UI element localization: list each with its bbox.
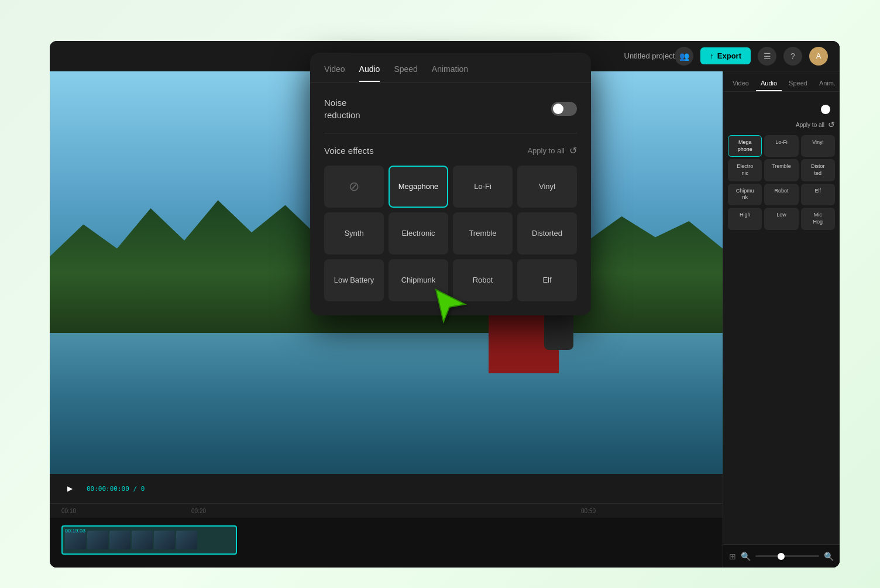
zoom-in-icon[interactable]: 🔍 [824,552,834,561]
right-effect-low[interactable]: Low [764,208,798,229]
right-effect-high[interactable]: High [728,208,762,229]
right-effect-electronic[interactable]: Electronic [728,159,762,181]
modal-tab-animation[interactable]: Animation [432,64,468,82]
right-tab-audio[interactable]: Audio [756,76,782,91]
project-title: Untitled project [624,51,675,60]
effect-low-battery[interactable]: Low Battery [324,259,384,301]
clip-timestamp: 00:19:03 [65,528,85,534]
reset-icon-right[interactable]: ↺ [828,120,835,129]
toggle-indicator [821,105,830,114]
noise-reduction-section: Noise reduction [324,97,577,133]
right-effect-michog[interactable]: MicHog [801,208,835,229]
reset-effects-button[interactable]: ↺ [569,145,577,156]
zoom-track[interactable] [755,555,819,557]
effect-elf[interactable]: Elf [517,259,577,301]
play-button[interactable]: ▶ [61,480,78,497]
noise-reduction-toggle[interactable] [551,102,577,116]
voice-effects-label: Voice effects [324,146,374,156]
effect-distorted[interactable]: Distorted [517,212,577,255]
people-icon[interactable]: 👥 [675,47,693,66]
timeline-clip[interactable]: 00:19:03 [61,525,237,555]
right-tab-animation[interactable]: Anim. [814,76,840,91]
right-effect-megaphone[interactable]: Megaphone [728,135,762,157]
right-panel: Video Audio Speed Anim. Apply to all ↺ M… [723,71,840,568]
modal-tabs: Video Audio Speed Animation [310,53,591,82]
filmstrip-frame [109,531,130,549]
timeline-section: 00:10 00:20 00:50 00:19:03 [50,503,723,568]
effect-tremble[interactable]: Tremble [453,212,513,255]
export-arrow-icon: ↑ [710,51,714,60]
right-panel-tabs: Video Audio Speed Anim. [723,71,840,92]
right-effects-grid: Megaphone Lo-Fi Vinyl Electronic Tremble… [728,135,835,230]
right-effect-tremble[interactable]: Tremble [764,159,798,181]
modal-tab-speed[interactable]: Speed [394,64,417,82]
add-clip-icon[interactable]: ⊞ [729,552,736,561]
right-panel-body: Apply to all ↺ Megaphone Lo-Fi Vinyl Ele… [723,92,840,544]
apply-to-all-text[interactable]: Apply to all [796,122,824,128]
effect-none[interactable]: ⊘ [324,166,384,208]
timeline-mark-50: 00:50 [581,508,711,514]
right-tab-video[interactable]: Video [728,76,754,91]
right-effect-lofi[interactable]: Lo-Fi [764,135,798,157]
top-bar-right: 👥 ↑ Export ☰ ? A [675,47,828,66]
effect-electronic[interactable]: Electronic [389,212,448,255]
apply-all-button[interactable]: Apply to all [527,146,565,155]
effect-vinyl[interactable]: Vinyl [517,166,577,208]
voice-effects-header: Voice effects Apply to all ↺ [324,145,577,156]
apply-to-all-row: Apply to all ↺ [728,120,835,129]
right-effect-elf[interactable]: Elf [801,184,835,205]
toggle-knob [553,104,563,114]
avatar[interactable]: A [809,47,828,66]
timeline-ruler: 00:10 00:20 00:50 [50,504,723,518]
modal-tab-audio[interactable]: Audio [359,64,380,82]
right-effect-vinyl[interactable]: Vinyl [801,135,835,157]
effect-synth[interactable]: Synth [324,212,384,255]
zoom-out-icon[interactable]: 🔍 [741,552,751,561]
filmstrip-frame [132,531,153,549]
right-effect-distorted[interactable]: Distorted [801,159,835,181]
video-controls: ▶ 00:00:00:00 / 0 [50,474,723,503]
filmstrip-frame [176,531,197,549]
apply-all-group: Apply to all ↺ [527,145,577,156]
audio-effects-modal: Video Audio Speed Animation Noise reduct… [310,53,591,315]
filmstrip-frame [154,531,175,549]
right-tab-speed[interactable]: Speed [784,76,812,91]
zoom-bar: ⊞ 🔍 🔍 [723,544,840,568]
filmstrip-frame [87,531,108,549]
export-button[interactable]: ↑ Export [700,47,751,64]
timeline-track: 00:19:03 [61,522,711,558]
timeline-mark-10: 00:10 [61,508,191,514]
noise-toggle-right [728,99,835,120]
right-effect-robot[interactable]: Robot [764,184,798,205]
scene-water [50,333,723,474]
menu-icon[interactable]: ☰ [758,47,776,66]
right-effect-chipmunk[interactable]: Chipmunk [728,184,762,205]
svg-marker-0 [436,290,465,322]
effect-megaphone[interactable]: Megaphone [389,166,448,208]
effect-lofi[interactable]: Lo-Fi [453,166,513,208]
modal-tab-video[interactable]: Video [324,64,345,82]
zoom-thumb[interactable] [778,553,785,560]
timeline-mark-20: 00:20 [191,508,321,514]
time-display: 00:00:00:00 / 0 [87,485,145,493]
noise-reduction-label: Noise reduction [324,97,360,121]
help-icon[interactable]: ? [783,47,802,66]
